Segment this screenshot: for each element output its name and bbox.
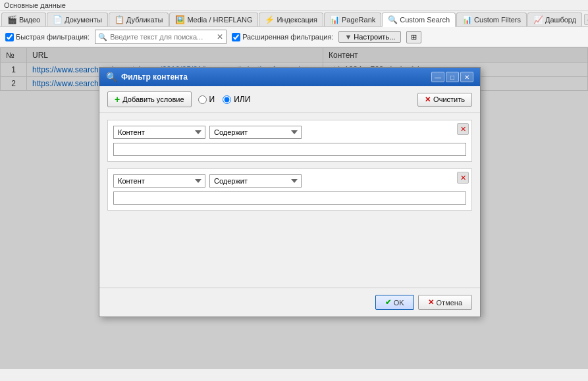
condition-1-field-select[interactable]: Контент URL Заголовок <box>113 126 205 139</box>
condition-1-delete-button[interactable]: ✕ <box>457 123 469 135</box>
advanced-filter-checkbox[interactable] <box>232 33 240 41</box>
clear-label: Очистить <box>433 95 465 103</box>
tab-media[interactable]: 🖼️ Media / HREFLANG <box>169 13 258 26</box>
funnel-icon: ▼ <box>344 33 352 41</box>
dialog-toolbar: + Добавить условие И ИЛИ ✕ Очистить <box>99 86 480 113</box>
main-content: № URL Контент 1 https://www.searchengine… <box>0 47 588 369</box>
dialog-body: Контент URL Заголовок Содержит Не содерж… <box>99 113 480 288</box>
title-text: Основные данные <box>4 1 66 9</box>
tab-indexation-label: Индексация <box>277 16 317 24</box>
dialog-title-icon: 🔍 <box>106 72 117 82</box>
duplicates-icon: 📋 <box>115 15 124 24</box>
dialog-minimize-button[interactable]: — <box>431 72 444 82</box>
tab-duplicates-label: Дубликаты <box>126 16 163 24</box>
media-icon: 🖼️ <box>175 15 185 24</box>
condition-1-operator-select[interactable]: Содержит Не содержит Равно <box>209 126 302 139</box>
radio-or-text: ИЛИ <box>234 95 250 104</box>
quick-filter-checkbox[interactable] <box>5 33 14 41</box>
tab-documents[interactable]: 📄 Документы <box>47 13 108 26</box>
customfilters-icon: 📊 <box>462 15 472 24</box>
radio-and-text: И <box>209 95 215 104</box>
condition-row-2: Контент URL Заголовок Содержит Не содерж… <box>107 168 472 211</box>
cancel-x-icon: ✕ <box>428 298 434 307</box>
indexation-icon: ⚡ <box>265 15 275 24</box>
radio-or[interactable] <box>223 95 231 104</box>
tab-documents-label: Документы <box>65 16 102 24</box>
dashboard-icon: 📈 <box>533 15 543 24</box>
filter-bar: Быстрая фильтрация: 🔍 ✕ Расширенная филь… <box>0 27 588 47</box>
extra-filter-button[interactable]: ⊞ <box>406 31 421 43</box>
condition-row-1: Контент URL Заголовок Содержит Не содерж… <box>107 120 472 162</box>
add-condition-button[interactable]: + Добавить условие <box>107 91 192 107</box>
condition-1-selects: Контент URL Заголовок Содержит Не содерж… <box>113 126 466 139</box>
advanced-filter-checkbox-wrap: Расширенная фильтрация: <box>232 33 333 41</box>
dialog-close-button[interactable]: ✕ <box>460 72 473 82</box>
tab-customsearch[interactable]: 🔍 Custom Search <box>382 13 456 27</box>
tab-duplicates[interactable]: 📋 Дубликаты <box>109 13 169 26</box>
quick-filter-input[interactable] <box>110 33 214 41</box>
tab-indexation[interactable]: ⚡ Индексация <box>259 13 323 26</box>
cancel-label: Отмена <box>437 299 462 307</box>
tab-dashboard-label: Дашборд <box>545 16 576 24</box>
tab-dashboard[interactable]: 📈 Дашборд <box>527 13 582 26</box>
quick-filter-checkbox-wrap: Быстрая фильтрация: <box>5 33 90 41</box>
clear-button[interactable]: ✕ Очистить <box>417 93 472 107</box>
documents-icon: 📄 <box>53 15 63 24</box>
search-icon: 🔍 <box>98 33 107 41</box>
clear-x-icon: ✕ <box>425 95 431 104</box>
modal-overlay: 🔍 Фильтр контента — □ ✕ + Добавить услов… <box>0 47 588 369</box>
condition-1-input[interactable]: not doing keyword research <box>113 143 466 156</box>
ok-button[interactable]: ✔ OK <box>375 295 414 310</box>
tab-customfilters-label: Custom Filters <box>474 16 521 24</box>
tab-customfilters[interactable]: 📊 Custom Filters <box>456 13 527 26</box>
advanced-filter-label: Расширенная фильтрация: <box>242 33 333 41</box>
video-icon: 🎬 <box>7 15 17 24</box>
cancel-button[interactable]: ✕ Отмена <box>418 295 472 310</box>
dialog-title-controls: — □ ✕ <box>431 72 473 82</box>
radio-and-label[interactable]: И <box>198 95 215 104</box>
filter-clear-button[interactable]: ✕ <box>217 32 223 41</box>
plus-icon: + <box>115 94 120 105</box>
tab-video-label: Видео <box>19 16 40 24</box>
tab-scroll-left[interactable]: ◀ <box>584 14 588 25</box>
radio-and[interactable] <box>198 95 207 104</box>
dialog-footer: ✔ OK ✕ Отмена <box>99 288 480 317</box>
customsearch-icon: 🔍 <box>388 15 398 24</box>
tab-customsearch-label: Custom Search <box>400 16 450 24</box>
title-bar: Основные данные <box>0 0 588 11</box>
ok-label: OK <box>394 299 404 307</box>
dialog-title-bar: 🔍 Фильтр контента — □ ✕ <box>99 68 480 86</box>
condition-2-operator-select[interactable]: Содержит Не содержит Равно <box>209 174 302 188</box>
tab-bar: 🎬 Видео 📄 Документы 📋 Дубликаты 🖼️ Media… <box>0 11 588 27</box>
dialog-title-text: Фильтр контента <box>121 72 188 82</box>
condition-2-selects: Контент URL Заголовок Содержит Не содерж… <box>113 174 466 188</box>
condition-2-field-select[interactable]: Контент URL Заголовок <box>113 174 205 188</box>
add-condition-label: Добавить условие <box>122 95 184 103</box>
tab-pagerank-label: PageRank <box>342 16 375 24</box>
pagerank-icon: 📊 <box>330 15 340 24</box>
advanced-filter-button-label: Настроить... <box>354 33 395 41</box>
tab-pagerank[interactable]: 📊 PageRank <box>324 13 381 26</box>
tab-media-label: Media / HREFLANG <box>187 16 252 24</box>
radio-or-label[interactable]: ИЛИ <box>223 95 250 104</box>
quick-filter-label: Быстрая фильтрация: <box>16 33 90 41</box>
quick-filter-input-wrap: 🔍 ✕ <box>95 30 227 44</box>
advanced-filter-button[interactable]: ▼ Настроить... <box>338 31 401 43</box>
tab-video[interactable]: 🎬 Видео <box>1 13 46 26</box>
radio-group: И ИЛИ <box>198 95 251 104</box>
dialog-maximize-button[interactable]: □ <box>446 72 459 82</box>
condition-2-delete-button[interactable]: ✕ <box>457 172 469 184</box>
filter-dialog: 🔍 Фильтр контента — □ ✕ + Добавить услов… <box>99 67 481 317</box>
dialog-title-left: 🔍 Фильтр контента <box>106 72 188 82</box>
ok-check-icon: ✔ <box>385 298 391 307</box>
condition-2-input[interactable]: <td>1024 x 768 pixels</td> <box>113 191 466 205</box>
